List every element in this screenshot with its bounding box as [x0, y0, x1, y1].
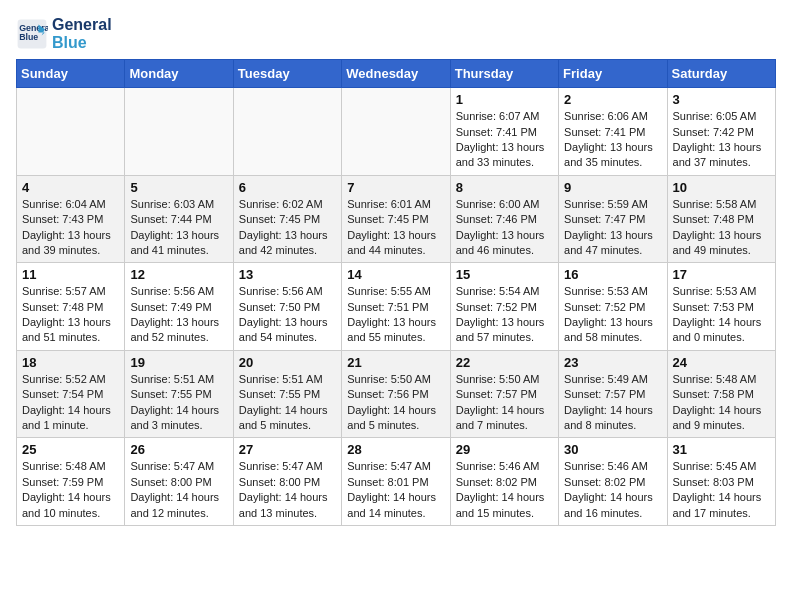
day-info: Sunrise: 5:46 AM Sunset: 8:02 PM Dayligh…: [456, 459, 553, 521]
calendar-cell: 30Sunrise: 5:46 AM Sunset: 8:02 PM Dayli…: [559, 438, 667, 526]
weekday-header-thursday: Thursday: [450, 60, 558, 88]
calendar-cell: [342, 88, 450, 176]
calendar-cell: 10Sunrise: 5:58 AM Sunset: 7:48 PM Dayli…: [667, 175, 775, 263]
calendar-cell: [233, 88, 341, 176]
week-row-1: 1Sunrise: 6:07 AM Sunset: 7:41 PM Daylig…: [17, 88, 776, 176]
day-info: Sunrise: 6:01 AM Sunset: 7:45 PM Dayligh…: [347, 197, 444, 259]
page-header: General Blue General Blue: [16, 16, 776, 51]
day-number: 31: [673, 442, 770, 457]
calendar-cell: 23Sunrise: 5:49 AM Sunset: 7:57 PM Dayli…: [559, 350, 667, 438]
day-number: 9: [564, 180, 661, 195]
calendar-cell: 26Sunrise: 5:47 AM Sunset: 8:00 PM Dayli…: [125, 438, 233, 526]
day-number: 10: [673, 180, 770, 195]
day-number: 27: [239, 442, 336, 457]
calendar-cell: 31Sunrise: 5:45 AM Sunset: 8:03 PM Dayli…: [667, 438, 775, 526]
day-number: 22: [456, 355, 553, 370]
day-info: Sunrise: 5:47 AM Sunset: 8:01 PM Dayligh…: [347, 459, 444, 521]
day-info: Sunrise: 6:04 AM Sunset: 7:43 PM Dayligh…: [22, 197, 119, 259]
calendar-cell: 27Sunrise: 5:47 AM Sunset: 8:00 PM Dayli…: [233, 438, 341, 526]
day-info: Sunrise: 6:06 AM Sunset: 7:41 PM Dayligh…: [564, 109, 661, 171]
calendar-cell: 19Sunrise: 5:51 AM Sunset: 7:55 PM Dayli…: [125, 350, 233, 438]
day-info: Sunrise: 6:07 AM Sunset: 7:41 PM Dayligh…: [456, 109, 553, 171]
day-info: Sunrise: 5:51 AM Sunset: 7:55 PM Dayligh…: [130, 372, 227, 434]
day-info: Sunrise: 6:00 AM Sunset: 7:46 PM Dayligh…: [456, 197, 553, 259]
day-info: Sunrise: 5:51 AM Sunset: 7:55 PM Dayligh…: [239, 372, 336, 434]
day-number: 30: [564, 442, 661, 457]
day-info: Sunrise: 5:49 AM Sunset: 7:57 PM Dayligh…: [564, 372, 661, 434]
weekday-header-wednesday: Wednesday: [342, 60, 450, 88]
calendar-cell: 3Sunrise: 6:05 AM Sunset: 7:42 PM Daylig…: [667, 88, 775, 176]
week-row-5: 25Sunrise: 5:48 AM Sunset: 7:59 PM Dayli…: [17, 438, 776, 526]
day-info: Sunrise: 5:47 AM Sunset: 8:00 PM Dayligh…: [239, 459, 336, 521]
calendar-cell: 8Sunrise: 6:00 AM Sunset: 7:46 PM Daylig…: [450, 175, 558, 263]
day-info: Sunrise: 5:57 AM Sunset: 7:48 PM Dayligh…: [22, 284, 119, 346]
calendar-cell: 17Sunrise: 5:53 AM Sunset: 7:53 PM Dayli…: [667, 263, 775, 351]
day-number: 24: [673, 355, 770, 370]
logo-icon: General Blue: [16, 18, 48, 50]
calendar-cell: 12Sunrise: 5:56 AM Sunset: 7:49 PM Dayli…: [125, 263, 233, 351]
day-info: Sunrise: 5:54 AM Sunset: 7:52 PM Dayligh…: [456, 284, 553, 346]
weekday-header-sunday: Sunday: [17, 60, 125, 88]
day-number: 5: [130, 180, 227, 195]
day-info: Sunrise: 5:59 AM Sunset: 7:47 PM Dayligh…: [564, 197, 661, 259]
calendar-cell: 4Sunrise: 6:04 AM Sunset: 7:43 PM Daylig…: [17, 175, 125, 263]
week-row-3: 11Sunrise: 5:57 AM Sunset: 7:48 PM Dayli…: [17, 263, 776, 351]
calendar-cell: 20Sunrise: 5:51 AM Sunset: 7:55 PM Dayli…: [233, 350, 341, 438]
day-number: 11: [22, 267, 119, 282]
day-info: Sunrise: 5:50 AM Sunset: 7:56 PM Dayligh…: [347, 372, 444, 434]
day-info: Sunrise: 5:50 AM Sunset: 7:57 PM Dayligh…: [456, 372, 553, 434]
day-number: 12: [130, 267, 227, 282]
calendar-table: SundayMondayTuesdayWednesdayThursdayFrid…: [16, 59, 776, 526]
calendar-cell: 2Sunrise: 6:06 AM Sunset: 7:41 PM Daylig…: [559, 88, 667, 176]
day-number: 13: [239, 267, 336, 282]
day-info: Sunrise: 5:47 AM Sunset: 8:00 PM Dayligh…: [130, 459, 227, 521]
calendar-cell: 29Sunrise: 5:46 AM Sunset: 8:02 PM Dayli…: [450, 438, 558, 526]
calendar-cell: 15Sunrise: 5:54 AM Sunset: 7:52 PM Dayli…: [450, 263, 558, 351]
day-info: Sunrise: 5:52 AM Sunset: 7:54 PM Dayligh…: [22, 372, 119, 434]
day-info: Sunrise: 5:55 AM Sunset: 7:51 PM Dayligh…: [347, 284, 444, 346]
calendar-cell: 21Sunrise: 5:50 AM Sunset: 7:56 PM Dayli…: [342, 350, 450, 438]
day-number: 8: [456, 180, 553, 195]
calendar-cell: 13Sunrise: 5:56 AM Sunset: 7:50 PM Dayli…: [233, 263, 341, 351]
day-info: Sunrise: 5:46 AM Sunset: 8:02 PM Dayligh…: [564, 459, 661, 521]
calendar-cell: 24Sunrise: 5:48 AM Sunset: 7:58 PM Dayli…: [667, 350, 775, 438]
week-row-4: 18Sunrise: 5:52 AM Sunset: 7:54 PM Dayli…: [17, 350, 776, 438]
day-number: 21: [347, 355, 444, 370]
calendar-cell: 22Sunrise: 5:50 AM Sunset: 7:57 PM Dayli…: [450, 350, 558, 438]
calendar-cell: 1Sunrise: 6:07 AM Sunset: 7:41 PM Daylig…: [450, 88, 558, 176]
calendar-header: SundayMondayTuesdayWednesdayThursdayFrid…: [17, 60, 776, 88]
day-number: 29: [456, 442, 553, 457]
day-number: 28: [347, 442, 444, 457]
day-info: Sunrise: 6:02 AM Sunset: 7:45 PM Dayligh…: [239, 197, 336, 259]
day-info: Sunrise: 6:05 AM Sunset: 7:42 PM Dayligh…: [673, 109, 770, 171]
day-number: 16: [564, 267, 661, 282]
day-number: 18: [22, 355, 119, 370]
calendar-cell: 16Sunrise: 5:53 AM Sunset: 7:52 PM Dayli…: [559, 263, 667, 351]
day-number: 7: [347, 180, 444, 195]
logo-text: General Blue: [52, 16, 112, 51]
calendar-body: 1Sunrise: 6:07 AM Sunset: 7:41 PM Daylig…: [17, 88, 776, 526]
day-number: 23: [564, 355, 661, 370]
day-number: 15: [456, 267, 553, 282]
day-info: Sunrise: 5:56 AM Sunset: 7:50 PM Dayligh…: [239, 284, 336, 346]
day-info: Sunrise: 5:56 AM Sunset: 7:49 PM Dayligh…: [130, 284, 227, 346]
calendar-cell: 9Sunrise: 5:59 AM Sunset: 7:47 PM Daylig…: [559, 175, 667, 263]
day-number: 1: [456, 92, 553, 107]
calendar-cell: 18Sunrise: 5:52 AM Sunset: 7:54 PM Dayli…: [17, 350, 125, 438]
day-number: 4: [22, 180, 119, 195]
day-number: 20: [239, 355, 336, 370]
day-info: Sunrise: 5:45 AM Sunset: 8:03 PM Dayligh…: [673, 459, 770, 521]
calendar-cell: 14Sunrise: 5:55 AM Sunset: 7:51 PM Dayli…: [342, 263, 450, 351]
day-info: Sunrise: 5:58 AM Sunset: 7:48 PM Dayligh…: [673, 197, 770, 259]
weekday-header-row: SundayMondayTuesdayWednesdayThursdayFrid…: [17, 60, 776, 88]
calendar-cell: 5Sunrise: 6:03 AM Sunset: 7:44 PM Daylig…: [125, 175, 233, 263]
calendar-cell: [125, 88, 233, 176]
calendar-cell: 11Sunrise: 5:57 AM Sunset: 7:48 PM Dayli…: [17, 263, 125, 351]
day-number: 17: [673, 267, 770, 282]
weekday-header-friday: Friday: [559, 60, 667, 88]
day-number: 6: [239, 180, 336, 195]
day-info: Sunrise: 5:53 AM Sunset: 7:52 PM Dayligh…: [564, 284, 661, 346]
day-number: 19: [130, 355, 227, 370]
weekday-header-saturday: Saturday: [667, 60, 775, 88]
day-number: 14: [347, 267, 444, 282]
